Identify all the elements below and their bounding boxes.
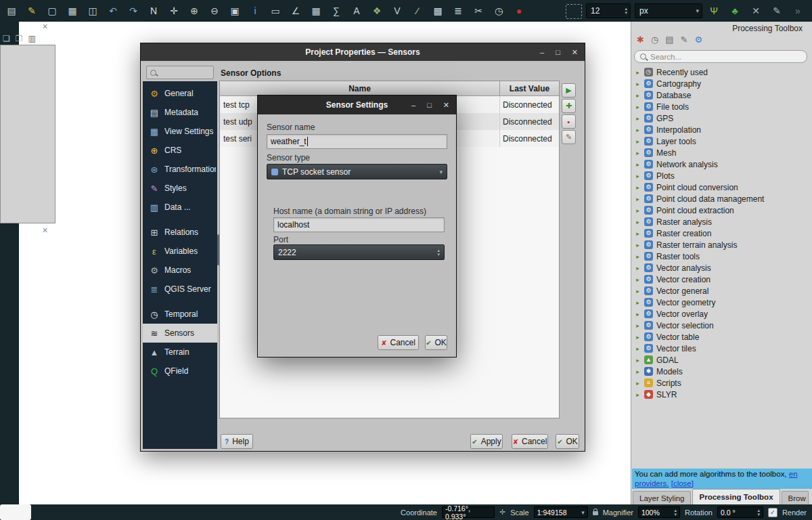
add-sensor-button[interactable]: ✚: [562, 99, 576, 113]
toolbox-group-item[interactable]: ▸ ◆ SLYR: [633, 389, 811, 400]
sidebar-item[interactable]: ◷ Temporal: [143, 305, 217, 324]
advanced-digitizing-icon[interactable]: ∕: [410, 3, 425, 19]
locator-search-tab[interactable]: [0, 504, 31, 520]
expand-arrow-icon[interactable]: ▸: [635, 81, 641, 87]
expand-arrow-icon[interactable]: ▸: [635, 69, 641, 76]
curve-node-tool-icon[interactable]: Ψ: [706, 3, 721, 19]
toolbox-group-item[interactable]: ▸ ⚙ Vector analysis: [633, 262, 811, 274]
toolbox-group-item[interactable]: ▸ ⚙ Vector geometry: [633, 297, 811, 308]
ok-button[interactable]: ✔ OK: [556, 434, 579, 449]
toolbox-group-item[interactable]: ▸ ⚙ Vector overlay: [633, 308, 811, 320]
expand-arrow-icon[interactable]: ▸: [635, 230, 641, 237]
pan-map-icon[interactable]: ✛: [166, 3, 181, 19]
record-icon[interactable]: ●: [512, 3, 526, 19]
cancel-button[interactable]: ✘ Cancel: [512, 434, 548, 449]
help-button[interactable]: ? Help: [221, 434, 253, 449]
minimize-icon[interactable]: –: [411, 101, 415, 109]
coordinate-input[interactable]: -0.716°, 0.933°: [442, 506, 495, 518]
zoom-in-icon[interactable]: ⊕: [187, 3, 202, 19]
sidebar-item[interactable]: ▲ Terrain: [143, 343, 217, 362]
toolbox-group-item[interactable]: ▸ ◷ Recently used: [633, 66, 811, 78]
expand-arrow-icon[interactable]: ▸: [635, 265, 641, 272]
options-icon[interactable]: ⚙: [694, 35, 702, 45]
close-icon[interactable]: ✕: [443, 101, 449, 110]
save-project-icon[interactable]: ◫: [85, 3, 100, 19]
sidebar-item[interactable]: ⚙ General: [143, 84, 217, 103]
temporal-controller-icon[interactable]: ◷: [491, 3, 506, 19]
font-size-spinbox[interactable]: 12 ▴▾: [586, 3, 631, 18]
toolbox-group-item[interactable]: ▸ ⚙ Database: [633, 89, 811, 101]
delete-selected-icon[interactable]: ✕: [748, 3, 763, 19]
spin-arrows-icon[interactable]: ▴▾: [437, 248, 440, 257]
show-layers-panel-icon[interactable]: ❏: [3, 34, 10, 43]
toolbox-group-item[interactable]: ▸ ⚙ Raster analysis: [633, 216, 811, 228]
expand-arrow-icon[interactable]: ▸: [635, 380, 641, 387]
toolbox-group-item[interactable]: ▸ ⚙ Mesh: [633, 147, 811, 158]
toolbox-group-item[interactable]: ▸ ⚙ Raster tools: [633, 251, 811, 262]
cut-features-icon[interactable]: ✂: [471, 3, 486, 19]
sidebar-item[interactable]: ⊞ Relations: [143, 223, 217, 242]
panel-menu-icon[interactable]: ▥: [28, 34, 36, 43]
north-arrow-icon[interactable]: N: [146, 3, 161, 19]
expand-arrow-icon[interactable]: ▸: [635, 92, 641, 99]
sidebar-item[interactable]: ✎ Styles: [143, 179, 217, 198]
sidebar-item[interactable]: ≣ QGIS Server: [143, 280, 217, 299]
expand-arrow-icon[interactable]: ▸: [635, 299, 641, 306]
open-project-icon[interactable]: ▦: [65, 3, 80, 19]
toolbox-group-item[interactable]: ▸ ⚙ Network analysis: [633, 158, 811, 170]
toolbox-group-item[interactable]: ▸ ⚙ Vector creation: [633, 274, 811, 285]
expand-arrow-icon[interactable]: ▸: [635, 219, 641, 225]
elevation-profile-icon[interactable]: ≣: [451, 3, 466, 19]
enable-providers-link[interactable]: en: [789, 470, 798, 478]
toolbox-group-item[interactable]: ▸ ⚙ Raster terrain analysis: [633, 239, 811, 251]
toolbox-group-item[interactable]: ▸ ⚙ Point cloud extraction: [633, 204, 811, 216]
expand-arrow-icon[interactable]: ▸: [635, 150, 641, 156]
sidebar-item[interactable]: ▦ View Settings: [143, 122, 217, 141]
spin-arrows-icon[interactable]: ▴▾: [674, 508, 677, 517]
expand-arrow-icon[interactable]: ▸: [635, 322, 641, 329]
render-checkbox[interactable]: ✓: [768, 508, 777, 517]
expand-arrow-icon[interactable]: ▸: [635, 391, 641, 398]
tab-browser[interactable]: Brow: [782, 491, 809, 504]
history-icon[interactable]: ◷: [651, 35, 658, 45]
results-viewer-icon[interactable]: ▤: [665, 35, 673, 45]
vertex-tool-icon[interactable]: V: [390, 3, 405, 19]
toolbox-group-item[interactable]: ▸ ⚙ Point cloud data management: [633, 193, 811, 204]
properties-search-input[interactable]: [146, 66, 214, 79]
rotation-spinbox[interactable]: 0.0 ° ▴▾: [717, 506, 763, 518]
expand-arrow-icon[interactable]: ▸: [635, 345, 641, 352]
style-manager-icon[interactable]: ✎: [24, 3, 39, 19]
providers-link[interactable]: providers.: [635, 479, 669, 488]
redo-icon[interactable]: ↷: [126, 3, 141, 19]
toolbox-group-item[interactable]: ▸ ⚙ Interpolation: [633, 124, 811, 135]
measure-icon[interactable]: ∠: [288, 3, 303, 19]
digitize-shape-icon[interactable]: ♣: [727, 3, 742, 19]
run-sensor-button[interactable]: ▶: [562, 83, 576, 98]
dialog-cancel-button[interactable]: ✘ Cancel: [378, 335, 419, 350]
dialog-titlebar[interactable]: Sensor Settings – □ ✕: [258, 95, 456, 114]
expand-arrow-icon[interactable]: ▸: [635, 196, 641, 202]
expand-arrow-icon[interactable]: ▸: [635, 311, 641, 318]
extent-icon[interactable]: ✛: [499, 508, 505, 517]
toolbox-group-item[interactable]: ▸ ⚙ Plots: [633, 170, 811, 181]
panel-close-icon[interactable]: ✕: [42, 22, 48, 31]
close-notice-link[interactable]: [close]: [671, 479, 694, 488]
sidebar-item[interactable]: ⚙ Macros: [143, 261, 217, 280]
sidebar-item[interactable]: ⊕ CRS: [143, 141, 217, 160]
labeling-icon[interactable]: A: [349, 3, 364, 19]
sidebar-item[interactable]: ε Variables: [143, 242, 217, 261]
undo-icon[interactable]: ↶: [106, 3, 120, 19]
models-icon[interactable]: ✱: [637, 35, 644, 45]
identify-features-icon[interactable]: i: [248, 3, 263, 19]
sidebar-item[interactable]: ≋ Sensors: [143, 324, 217, 343]
expand-arrow-icon[interactable]: ▸: [635, 242, 641, 248]
expand-arrow-icon[interactable]: ▸: [635, 127, 641, 133]
zoom-full-icon[interactable]: ▣: [227, 3, 242, 19]
expand-arrow-icon[interactable]: ▸: [635, 115, 641, 122]
expand-arrow-icon[interactable]: ▸: [635, 173, 641, 179]
expand-arrow-icon[interactable]: ▸: [635, 253, 641, 260]
sidebar-item[interactable]: Q QField: [143, 362, 217, 381]
dialog-ok-button[interactable]: ✔ OK: [425, 335, 447, 350]
toolbox-group-item[interactable]: ▸ ⚙ Vector tiles: [633, 343, 811, 354]
toolbox-group-item[interactable]: ▸ ⚙ Point cloud conversion: [633, 181, 811, 193]
